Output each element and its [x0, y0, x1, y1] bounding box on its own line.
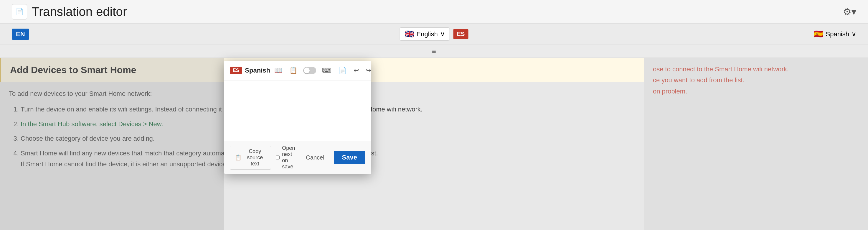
english-label: English [416, 30, 438, 38]
right-text-3: on problem. [653, 86, 859, 97]
spanish-label: Spanish [826, 30, 849, 38]
copy-source-button[interactable]: 📋 Copy source text [230, 146, 271, 170]
cancel-button[interactable]: Cancel [301, 152, 329, 163]
chevron-down-icon: ∨ [440, 30, 445, 38]
copy-icon[interactable]: 📋 [288, 65, 299, 76]
right-panel-content: ose to connect to the Smart Home wifi ne… [644, 58, 868, 103]
undo-icon[interactable]: ↩ [352, 65, 360, 76]
dialog-toolbar: 📖 📋 ⌨ 📄 ↩ ↪ 💾 [273, 65, 371, 76]
es-flag-icon: 🇪🇸 [814, 29, 823, 39]
uk-flag-icon: 🇬🇧 [405, 29, 414, 39]
dialog-lang-label: Spanish [245, 67, 270, 74]
dialog-body [224, 81, 371, 141]
step-2-text: In the Smart Hub software, select Device… [21, 120, 163, 128]
toggle-switch[interactable] [303, 67, 316, 74]
step-3-text: Choose the category of device you are ad… [21, 135, 155, 142]
open-next-checkbox[interactable] [276, 155, 280, 160]
split-icon: ≡ [432, 47, 436, 55]
language-bar: EN 🇬🇧 English ∨ ES 🇪🇸 Spanish ∨ [0, 24, 868, 45]
document-icon[interactable]: 📄 [337, 65, 348, 76]
redo-icon[interactable]: ↪ [365, 65, 371, 76]
split-bar: ≡ [0, 45, 868, 58]
open-next-label[interactable]: Open next on save [276, 145, 297, 170]
app-logo: 📄 [12, 4, 27, 20]
es-badge: ES [454, 29, 468, 39]
main-area: Add Devices to Smart Home To add new dev… [0, 58, 868, 230]
footer-right: Open next on save Cancel Save [276, 145, 365, 170]
save-button[interactable]: Save [334, 151, 365, 164]
lang-center: 🇬🇧 English ∨ ES [400, 27, 468, 41]
dialog-footer: 📋 Copy source text Open next on save Can… [224, 141, 371, 174]
header: 📄 Translation editor ⚙▾ [0, 0, 868, 24]
settings-gear-icon[interactable]: ⚙▾ [843, 6, 856, 18]
chevron-down-icon-right: ∨ [851, 30, 856, 38]
spanish-lang-selector[interactable]: 🇪🇸 Spanish ∨ [814, 29, 856, 39]
translation-textarea[interactable] [230, 86, 365, 134]
english-lang-selector[interactable]: 🇬🇧 English ∨ [400, 27, 450, 41]
copy-source-icon: 📋 [235, 154, 241, 161]
glossary-icon[interactable]: 📖 [273, 65, 283, 76]
open-next-text: Open next on save [282, 145, 297, 170]
translation-dialog: ES Spanish 📖 📋 ⌨ 📄 ↩ ↪ 💾 📋 Copy source t [224, 61, 371, 174]
copy-source-label: Copy source text [244, 148, 266, 167]
right-panel: ose to connect to the Smart Home wifi ne… [644, 58, 868, 230]
right-text-2: ce you want to add from the list. [653, 75, 859, 86]
header-left: 📄 Translation editor [12, 4, 127, 20]
keyboard-icon[interactable]: ⌨ [321, 65, 333, 76]
dialog-es-badge: ES [230, 67, 242, 74]
dialog-header: ES Spanish 📖 📋 ⌨ 📄 ↩ ↪ 💾 [224, 61, 371, 81]
right-text-1: ose to connect to the Smart Home wifi ne… [653, 64, 859, 75]
page-title: Translation editor [32, 5, 127, 19]
en-badge: EN [12, 29, 29, 40]
